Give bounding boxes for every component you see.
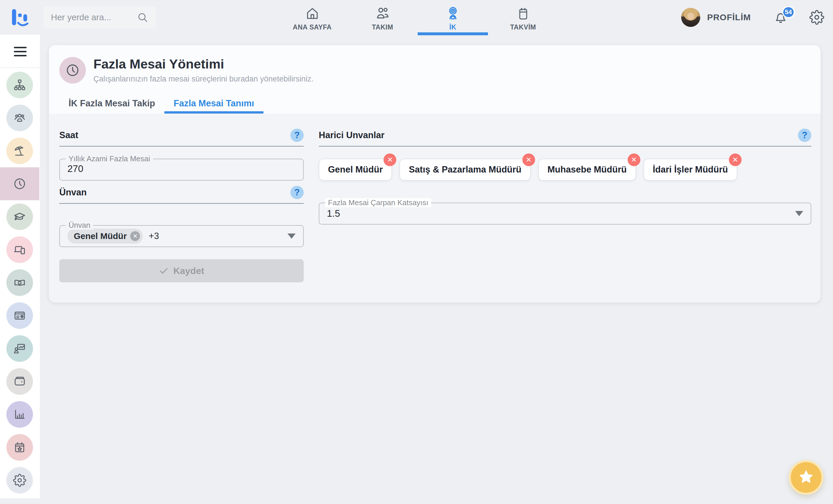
save-button[interactable]: Kaydet <box>59 259 304 282</box>
selected-title-chip: Genel Müdür ✕ <box>67 229 143 244</box>
card-header-band: Fazla Mesai Yönetimi Çalışanlarınızın fa… <box>49 45 820 114</box>
external-titles-column: Harici Unvanlar ? Genel Müdür ✕ Satış & … <box>319 129 811 282</box>
overtime-management-card: Fazla Mesai Yönetimi Çalışanlarınızın fa… <box>49 45 820 303</box>
overtime-multiplier-value: 1.5 <box>327 208 340 219</box>
profile-label[interactable]: PROFİLİM <box>707 12 751 22</box>
nav-item-home[interactable]: ANA SAYFA <box>277 0 348 35</box>
external-title-card: İdari İşler Müdürü ✕ <box>644 159 737 181</box>
external-title-card: Genel Müdür ✕ <box>319 159 392 181</box>
sidebar-item-education[interactable] <box>0 200 39 233</box>
hr-astronaut-icon <box>446 6 460 21</box>
chevron-down-icon[interactable] <box>795 211 803 216</box>
team-icon <box>375 6 390 21</box>
remove-title-button[interactable]: ✕ <box>628 153 640 166</box>
saat-divider <box>59 146 304 147</box>
sidebar-divider <box>0 67 40 68</box>
nav-label: İK <box>450 23 456 31</box>
nav-item-calendar[interactable]: TAKVİM <box>488 0 558 35</box>
harici-heading: Harici Unvanlar <box>319 130 384 141</box>
wallet-icon <box>6 368 33 395</box>
sidebar <box>0 35 41 498</box>
tab-bar: İK Fazla Mesai Takip Fazla Mesai Tanımı <box>59 93 811 114</box>
tab-fazla-mesai-tanimi[interactable]: Fazla Mesai Tanımı <box>164 93 263 114</box>
external-title-list: Genel Müdür ✕ Satış & Pazarlama Müdürü ✕… <box>319 159 811 181</box>
hours-column: Saat ? Yıllık Azami Fazla Mesai 270 Ünva… <box>59 129 304 282</box>
sidebar-item-leave[interactable] <box>0 134 39 167</box>
annual-max-overtime-label: Yıllık Azami Fazla Mesai <box>66 154 153 163</box>
external-title-card: Satış & Pazarlama Müdürü ✕ <box>400 159 530 181</box>
external-title-label: Satış & Pazarlama Müdürü <box>409 165 521 175</box>
feedback-fab-button[interactable] <box>789 460 824 495</box>
overtime-multiplier-select[interactable]: Fazla Mesai Çarpan Katsayısı 1.5 <box>319 203 811 225</box>
unvan-help-icon[interactable]: ? <box>290 186 304 199</box>
sidebar-item-payroll[interactable] <box>0 266 39 299</box>
remove-title-button[interactable]: ✕ <box>522 153 535 166</box>
remove-title-button[interactable]: ✕ <box>383 153 396 166</box>
clock-icon <box>6 171 33 197</box>
unvan-heading: Ünvan <box>59 187 87 198</box>
harici-divider <box>319 146 811 147</box>
settings-button[interactable] <box>809 10 824 25</box>
external-title-card: Muhasebe Müdürü ✕ <box>538 159 636 181</box>
saat-heading: Saat <box>59 130 78 141</box>
notification-count-badge: 54 <box>782 6 795 18</box>
sidebar-item-team[interactable] <box>0 101 39 134</box>
search-placeholder: Her yerde ara... <box>51 12 111 22</box>
gear-icon <box>6 467 33 494</box>
sidebar-item-reports[interactable] <box>0 398 39 431</box>
unvan-divider <box>59 203 304 204</box>
sidebar-item-card[interactable] <box>0 299 39 332</box>
banknote-icon <box>6 269 33 296</box>
annual-max-overtime-input[interactable]: Yıllık Azami Fazla Mesai 270 <box>59 159 304 181</box>
sidebar-toggle-button[interactable] <box>14 47 27 56</box>
star-icon <box>798 469 814 486</box>
page-header-text: Fazla Mesai Yönetimi Çalışanlarınızın fa… <box>93 57 313 83</box>
global-search-input[interactable]: Her yerde ara... <box>43 6 156 29</box>
person-chart-icon <box>6 335 33 362</box>
unvan-select-label: Ünvan <box>66 221 93 230</box>
sidebar-item-overtime[interactable] <box>0 167 39 200</box>
calendar-star-icon <box>6 434 33 461</box>
external-title-label: Genel Müdür <box>328 165 383 175</box>
save-button-label: Kaydet <box>173 266 204 276</box>
profile-cluster: PROFİLİM 54 <box>681 0 824 35</box>
overtime-clock-icon <box>59 57 86 83</box>
graduation-cap-icon <box>6 203 33 230</box>
card-body: Saat ? Yıllık Azami Fazla Mesai 270 Ünva… <box>49 114 820 282</box>
more-selected-count: +3 <box>149 231 159 241</box>
annual-max-overtime-value: 270 <box>67 163 83 174</box>
nav-label: TAKIM <box>372 23 394 31</box>
org-chart-icon <box>6 72 33 98</box>
saat-help-icon[interactable]: ? <box>290 129 304 142</box>
remove-title-button[interactable]: ✕ <box>729 153 742 166</box>
sidebar-item-organization[interactable] <box>0 69 39 101</box>
saat-section-header: Saat ? <box>59 129 304 142</box>
unvan-multiselect[interactable]: Ünvan Genel Müdür ✕ +3 <box>59 225 304 247</box>
external-title-label: Muhasebe Müdürü <box>548 165 627 175</box>
sidebar-item-performance[interactable] <box>0 332 39 365</box>
topbar: Her yerde ara... ANA SAYFA <box>0 0 833 1</box>
chevron-down-icon[interactable] <box>287 233 295 239</box>
sidebar-item-wallet[interactable] <box>0 365 39 398</box>
nav-label: TAKVİM <box>510 23 536 31</box>
harici-help-icon[interactable]: ? <box>798 129 811 142</box>
sidebar-menu <box>0 69 39 497</box>
page-title: Fazla Mesai Yönetimi <box>93 57 313 72</box>
app-logo[interactable] <box>8 5 32 29</box>
beach-umbrella-icon <box>6 137 33 164</box>
bar-chart-icon <box>6 401 33 428</box>
nav-item-ik[interactable]: İK <box>418 0 488 35</box>
sidebar-item-events[interactable] <box>0 431 39 464</box>
home-icon <box>305 6 319 21</box>
sidebar-item-devices[interactable] <box>0 233 39 266</box>
chip-remove-icon[interactable]: ✕ <box>130 231 140 241</box>
check-icon <box>159 266 169 276</box>
nav-item-team[interactable]: TAKIM <box>348 0 418 35</box>
user-avatar[interactable] <box>681 8 700 27</box>
notifications-button[interactable]: 54 <box>774 10 788 25</box>
sidebar-item-settings[interactable] <box>0 464 39 497</box>
tab-ik-fazla-mesai-takip[interactable]: İK Fazla Mesai Takip <box>59 93 164 114</box>
harici-section-header: Harici Unvanlar ? <box>319 129 811 142</box>
search-icon <box>137 11 149 23</box>
nav-label: ANA SAYFA <box>293 23 331 31</box>
